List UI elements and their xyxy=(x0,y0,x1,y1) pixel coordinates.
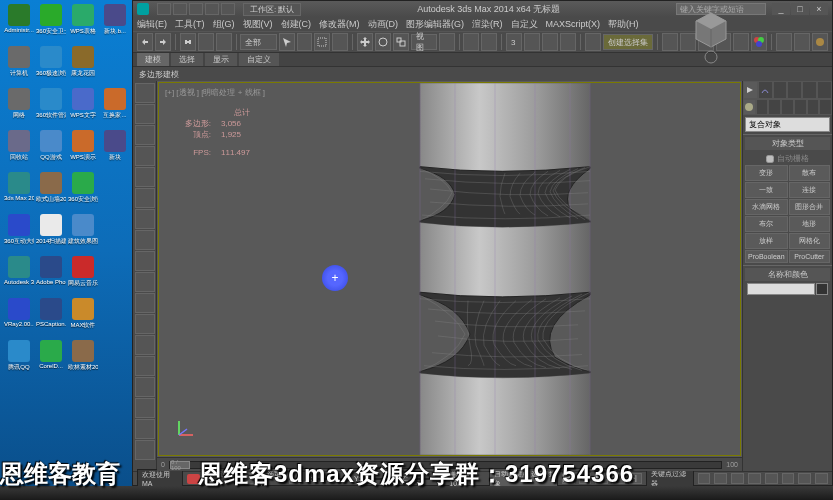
desktop-icon[interactable]: 360安全卫士 xyxy=(36,4,66,44)
desktop-icon[interactable]: Adobe Photosh... xyxy=(36,256,66,296)
object-color-swatch[interactable] xyxy=(816,283,828,295)
cameras-button[interactable] xyxy=(781,99,794,115)
display-tab[interactable] xyxy=(802,81,817,99)
desktop-icon[interactable]: 网络 xyxy=(4,88,34,128)
viewport-label[interactable]: [+] [透视 ] [明暗处理 + 线框 ] xyxy=(165,87,265,98)
object-name-field[interactable] xyxy=(747,283,815,295)
window-crossing-button[interactable] xyxy=(332,33,348,51)
center-button[interactable] xyxy=(439,33,455,51)
refcoord-dropdown[interactable]: 视图 xyxy=(411,34,437,50)
lt-btn[interactable] xyxy=(135,167,155,187)
ribbon-tab[interactable]: 显示 xyxy=(205,53,237,66)
create-type-button[interactable]: 水滴网格 xyxy=(745,199,788,215)
lt-btn[interactable] xyxy=(135,335,155,355)
next-frame-button[interactable]: ▶ xyxy=(612,473,625,484)
name-color-rollout[interactable]: 名称和颜色 xyxy=(745,268,830,281)
create-type-button[interactable]: ProBoolean xyxy=(745,250,788,263)
lt-btn[interactable] xyxy=(135,209,155,229)
qat-btn[interactable] xyxy=(173,3,187,15)
lt-btn[interactable] xyxy=(135,104,155,124)
lt-btn[interactable] xyxy=(135,398,155,418)
desktop-icon[interactable]: PSCaption... xyxy=(36,298,66,338)
ribbon-tab[interactable]: 建模 xyxy=(137,53,169,66)
desktop-icon[interactable]: 建筑效果图大师 xyxy=(68,214,98,254)
desktop-icon[interactable]: 计算机 xyxy=(4,46,34,86)
timeline-scrubber[interactable]: 0 / 100 xyxy=(170,461,190,469)
menu-item[interactable]: 视图(V) xyxy=(243,18,273,31)
unlink-button[interactable] xyxy=(198,33,214,51)
desktop-icon[interactable] xyxy=(100,172,130,212)
object-type-rollout[interactable]: 对象类型 xyxy=(745,137,830,150)
lt-btn[interactable] xyxy=(135,83,155,103)
desktop-icon[interactable] xyxy=(100,340,130,380)
select-button[interactable] xyxy=(279,33,295,51)
category-dropdown[interactable]: 复合对象 xyxy=(745,117,830,132)
menu-item[interactable]: 渲染(R) xyxy=(472,18,503,31)
close-button[interactable]: × xyxy=(810,3,828,15)
create-type-button[interactable]: 放样 xyxy=(745,233,788,249)
material-editor-button[interactable] xyxy=(751,33,767,51)
desktop-icon[interactable]: Autodesk 3d... xyxy=(4,256,34,296)
lights-button[interactable] xyxy=(768,99,781,115)
nav-button[interactable] xyxy=(748,473,761,484)
selection-filter-dropdown[interactable]: 全部 xyxy=(240,34,276,50)
shapes-button[interactable] xyxy=(756,99,769,115)
scale-button[interactable] xyxy=(393,33,409,51)
desktop-icon[interactable]: 360安全浏览器 xyxy=(68,172,98,212)
desktop-icon[interactable]: QQ游戏 xyxy=(36,130,66,170)
lt-btn[interactable] xyxy=(135,440,155,460)
maximize-button[interactable]: □ xyxy=(791,3,809,15)
lt-btn[interactable] xyxy=(135,314,155,334)
qat-btn[interactable] xyxy=(205,3,219,15)
desktop-icon[interactable]: 腾讯QQ xyxy=(4,340,34,380)
menu-item[interactable]: 编辑(E) xyxy=(137,18,167,31)
desktop-icon[interactable]: 网易云音乐 xyxy=(68,256,98,296)
desktop-icon[interactable]: 2014扫描建模.xls xyxy=(36,214,66,254)
desktop-icon[interactable]: 回收站 xyxy=(4,130,34,170)
menu-item[interactable]: 修改器(M) xyxy=(319,18,360,31)
desktop-icon[interactable]: 新块 xyxy=(100,130,130,170)
menu-item[interactable]: 组(G) xyxy=(213,18,235,31)
modify-tab[interactable] xyxy=(758,81,773,99)
move-button[interactable] xyxy=(357,33,373,51)
create-type-button[interactable]: 散布 xyxy=(789,165,830,181)
keyboard-button[interactable] xyxy=(481,33,497,51)
hierarchy-tab[interactable] xyxy=(773,81,788,99)
viewcube[interactable] xyxy=(686,5,736,65)
render-frame-button[interactable] xyxy=(794,33,810,51)
utilities-tab[interactable] xyxy=(817,81,832,99)
y-coord[interactable] xyxy=(364,478,397,480)
desktop-icon[interactable]: WPS表格 xyxy=(68,4,98,44)
lock-button[interactable] xyxy=(289,473,302,484)
lt-btn[interactable] xyxy=(135,356,155,376)
desktop-icon[interactable]: WPS文字 xyxy=(68,88,98,128)
perspective-viewport[interactable]: [+] [透视 ] [明暗处理 + 线框 ] 总计 多边形:3,056 顶点:1… xyxy=(158,82,741,456)
lt-btn[interactable] xyxy=(135,146,155,166)
desktop-icon[interactable]: 新块.b... xyxy=(100,4,130,44)
desktop-icon[interactable]: 互换家... xyxy=(100,88,130,128)
desktop-icon[interactable]: VRay2.00... xyxy=(4,298,34,338)
nav-button[interactable] xyxy=(731,473,744,484)
desktop-icon[interactable]: MAX软件 xyxy=(68,298,98,338)
menu-item[interactable]: MAXScript(X) xyxy=(546,19,601,29)
prev-frame-button[interactable]: ◀ xyxy=(579,473,592,484)
desktop-icon[interactable]: 欧林素材2016... xyxy=(68,340,98,380)
goto-start-button[interactable]: |◀ xyxy=(562,473,575,484)
lt-btn[interactable] xyxy=(135,251,155,271)
desktop-icon[interactable]: 360极速浏览器 xyxy=(36,46,66,86)
create-type-button[interactable]: 一致 xyxy=(745,182,788,198)
mirror-button[interactable] xyxy=(662,33,678,51)
desktop-icon[interactable]: Administr... xyxy=(4,4,34,44)
rotate-button[interactable] xyxy=(375,33,391,51)
qat-btn[interactable] xyxy=(221,3,235,15)
spinner-snap-button[interactable] xyxy=(560,33,576,51)
manipulate-button[interactable] xyxy=(463,33,479,51)
menu-item[interactable]: 动画(D) xyxy=(368,18,399,31)
named-sel-button[interactable] xyxy=(585,33,601,51)
lt-btn[interactable] xyxy=(135,125,155,145)
create-type-button[interactable]: 网格化 xyxy=(789,233,830,249)
desktop-icon[interactable]: 康龙花园 xyxy=(68,46,98,86)
play-button[interactable]: ▶ xyxy=(595,473,608,484)
nav-button[interactable] xyxy=(698,473,711,484)
menu-item[interactable]: 自定义 xyxy=(511,18,538,31)
